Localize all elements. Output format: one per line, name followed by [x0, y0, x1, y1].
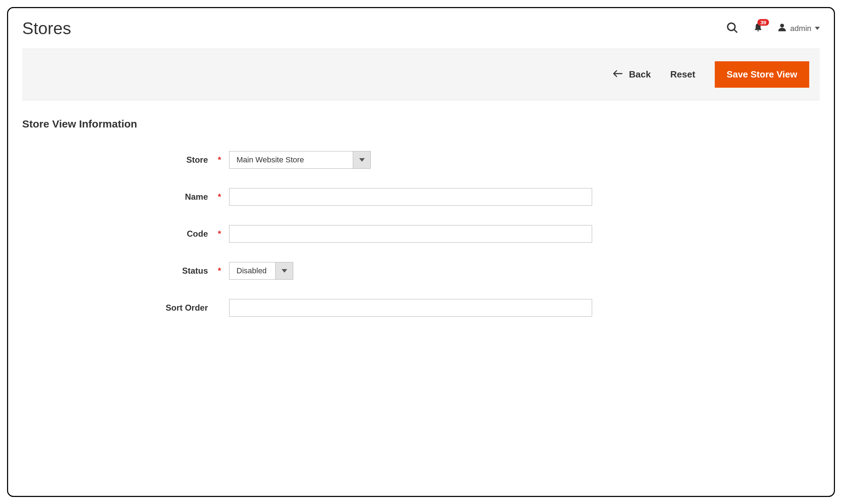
user-name: admin: [790, 24, 811, 33]
name-input[interactable]: [229, 188, 592, 206]
arrow-left-icon: [613, 69, 623, 80]
required-mark: *: [218, 155, 223, 165]
form-row-code: Code *: [22, 225, 820, 243]
status-select-value: Disabled: [229, 262, 275, 279]
notifications-badge: 39: [757, 19, 769, 26]
search-icon[interactable]: [726, 21, 739, 36]
store-label: Store: [22, 155, 214, 165]
header-actions: 39 admin: [726, 21, 820, 36]
user-menu[interactable]: admin: [778, 23, 820, 34]
required-mark: *: [218, 229, 223, 239]
store-select-value: Main Website Store: [229, 151, 353, 168]
store-view-form: Store * Main Website Store Name * Code *: [22, 151, 820, 317]
caret-down-icon: [815, 27, 820, 30]
required-mark: *: [218, 266, 223, 276]
save-store-view-button[interactable]: Save Store View: [715, 61, 809, 88]
svg-point-2: [780, 24, 784, 27]
action-toolbar: Back Reset Save Store View: [22, 49, 820, 100]
back-label: Back: [629, 69, 651, 80]
sort-order-label: Sort Order: [22, 303, 214, 313]
svg-line-1: [734, 29, 737, 32]
page-header: Stores 39: [22, 19, 820, 38]
form-row-sort-order: Sort Order: [22, 299, 820, 317]
user-icon: [778, 23, 787, 34]
sort-order-input[interactable]: [229, 299, 592, 317]
status-select[interactable]: Disabled: [229, 262, 293, 280]
code-input[interactable]: [229, 225, 592, 243]
reset-button[interactable]: Reset: [670, 69, 695, 80]
section-title: Store View Information: [22, 118, 820, 130]
form-row-status: Status * Disabled: [22, 262, 820, 280]
required-mark: *: [218, 192, 223, 202]
form-row-store: Store * Main Website Store: [22, 151, 820, 169]
caret-down-icon: [353, 151, 370, 168]
back-button[interactable]: Back: [613, 69, 651, 80]
name-label: Name: [22, 192, 214, 202]
bell-icon: [753, 28, 763, 34]
code-label: Code: [22, 229, 214, 239]
svg-point-0: [728, 23, 735, 30]
store-select[interactable]: Main Website Store: [229, 151, 371, 169]
status-label: Status: [22, 266, 214, 276]
caret-down-icon: [275, 262, 293, 279]
form-row-name: Name *: [22, 188, 820, 206]
notifications-button[interactable]: 39: [753, 23, 763, 35]
page-title: Stores: [22, 19, 71, 38]
